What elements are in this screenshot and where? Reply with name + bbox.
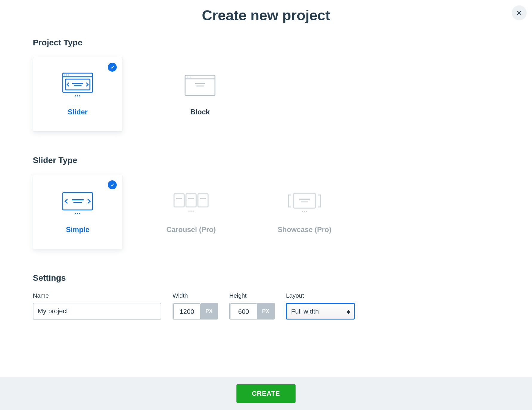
card-label: Carousel (Pro)	[166, 225, 216, 234]
svg-point-36	[190, 211, 192, 212]
svg-point-15	[187, 77, 188, 78]
close-icon	[516, 10, 522, 16]
project-type-block[interactable]: Block	[155, 57, 245, 132]
block-icon	[184, 73, 216, 99]
svg-rect-29	[186, 194, 196, 207]
layout-select[interactable]: Full width	[286, 303, 355, 320]
svg-rect-32	[198, 194, 208, 207]
height-field-group: Height PX	[229, 292, 275, 320]
card-label: Block	[190, 108, 210, 116]
svg-point-5	[66, 75, 67, 76]
width-label: Width	[173, 292, 218, 299]
svg-rect-7	[65, 79, 90, 90]
close-button[interactable]	[512, 5, 527, 20]
selected-badge	[108, 180, 117, 189]
name-label: Name	[33, 292, 161, 299]
carousel-icon	[172, 190, 210, 217]
slider-type-showcase[interactable]: Showcase (Pro)	[260, 175, 349, 249]
settings-row: Name Width PX Height PX Layout	[33, 292, 499, 320]
card-label: Showcase (Pro)	[278, 225, 331, 234]
height-input[interactable]	[230, 303, 257, 320]
svg-point-16	[189, 77, 190, 78]
slider-type-heading: Slider Type	[33, 156, 499, 165]
svg-point-42	[304, 211, 305, 212]
slider-icon	[61, 73, 94, 99]
project-type-heading: Project Type	[33, 38, 499, 47]
svg-rect-20	[63, 193, 93, 210]
width-unit: PX	[201, 303, 217, 319]
project-type-slider[interactable]: Slider	[33, 57, 122, 132]
slider-type-simple[interactable]: Simple	[33, 175, 122, 249]
settings-heading: Settings	[33, 273, 499, 283]
create-button[interactable]: CREATE	[236, 384, 296, 403]
check-icon	[110, 65, 115, 70]
slider-type-carousel[interactable]: Carousel (Pro)	[146, 175, 236, 249]
svg-point-24	[77, 213, 78, 214]
svg-point-37	[193, 211, 194, 212]
svg-point-43	[306, 211, 307, 212]
simple-slider-icon	[60, 190, 96, 217]
card-label: Simple	[66, 225, 90, 234]
svg-rect-13	[185, 75, 215, 96]
create-project-modal: Create new project Project Type	[0, 0, 532, 410]
svg-point-4	[64, 75, 65, 76]
card-label: Slider	[68, 108, 88, 116]
width-field-group: Width PX	[173, 292, 218, 320]
selected-badge	[108, 63, 117, 72]
svg-point-6	[68, 75, 69, 76]
svg-point-41	[302, 211, 303, 212]
svg-point-12	[79, 95, 80, 96]
name-field-group: Name	[33, 292, 161, 320]
project-type-options: Slider Block	[33, 57, 499, 132]
svg-point-11	[77, 95, 78, 96]
svg-point-23	[75, 213, 76, 214]
height-label: Height	[229, 292, 275, 299]
showcase-icon	[287, 190, 322, 217]
svg-rect-26	[174, 194, 184, 207]
height-unit: PX	[257, 303, 274, 319]
modal-title: Create new project	[33, 7, 499, 24]
height-input-wrap: PX	[229, 303, 275, 320]
svg-point-17	[190, 77, 191, 78]
width-input-wrap: PX	[173, 303, 218, 320]
check-icon	[110, 182, 115, 187]
slider-type-options: Simple	[33, 175, 499, 249]
layout-field-group: Layout Full width	[286, 292, 355, 320]
svg-rect-38	[294, 193, 315, 208]
svg-point-25	[79, 213, 80, 214]
svg-point-10	[75, 95, 76, 96]
width-input[interactable]	[173, 303, 201, 320]
layout-label: Layout	[286, 292, 355, 299]
modal-footer: CREATE	[0, 377, 532, 410]
svg-point-35	[188, 211, 190, 212]
name-input[interactable]	[33, 303, 161, 320]
